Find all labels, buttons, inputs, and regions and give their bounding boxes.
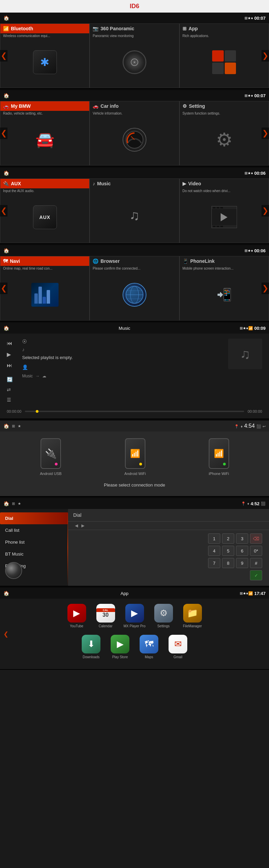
dial-menu-dial[interactable]: Dial bbox=[0, 512, 68, 524]
progress-bar[interactable] bbox=[25, 411, 244, 412]
dial-key-7[interactable]: 7 bbox=[208, 558, 220, 568]
navi-header-icon: 🗺 bbox=[3, 258, 8, 264]
card-app[interactable]: ⊞ App Rich applications. bbox=[179, 23, 269, 88]
card-carinfo[interactable]: 🚗 Car info Vehicle information. bbox=[90, 101, 179, 166]
app-gmail[interactable]: ✉ Gmail bbox=[166, 635, 190, 659]
playlist-btn[interactable]: ☰ bbox=[7, 397, 15, 403]
card-browser[interactable]: 🌐 Browser Please confirm the connected..… bbox=[90, 256, 179, 321]
dial-key-hash[interactable]: # bbox=[250, 558, 262, 568]
card-header-video: ▶ Video bbox=[180, 179, 269, 188]
nav-left-3[interactable]: ❮ bbox=[0, 205, 7, 217]
home-icon-4[interactable]: 🏠 bbox=[3, 248, 9, 253]
dial-key-8[interactable]: 8 bbox=[222, 558, 234, 568]
prev-track-btn[interactable]: ⏮ bbox=[7, 340, 15, 346]
device-android-usb[interactable]: 🔌 Android USB bbox=[40, 438, 62, 476]
dial-key-backspace[interactable]: ⌫ bbox=[250, 533, 262, 544]
conn-back-icon[interactable]: ↩ bbox=[263, 424, 266, 428]
app-youtube[interactable]: ▶ YouTube bbox=[65, 604, 89, 628]
conn-icon-1: ⊞ bbox=[12, 424, 15, 428]
card-video[interactable]: ▶ Video Do not watch video when drivi... bbox=[179, 178, 269, 243]
next-track-btn[interactable]: ⏭ bbox=[7, 362, 15, 369]
music-player-title: Music bbox=[119, 326, 130, 331]
dial-bt: ♦ bbox=[247, 501, 249, 506]
dial-key-4[interactable]: 4 bbox=[208, 546, 220, 556]
time-launcher: 17:47 bbox=[254, 591, 266, 596]
home-icon-2[interactable]: 🏠 bbox=[3, 93, 9, 98]
time-end: 00:00:00 bbox=[248, 409, 262, 413]
card-aux[interactable]: 🔌 AUX Input the AUX audio. AUX bbox=[0, 178, 90, 243]
card-header-bluetooth: 📶 Bluetooth bbox=[0, 24, 89, 33]
device-iphone-wifi[interactable]: 📶 iPhone WiFi bbox=[209, 438, 229, 476]
device-android-wifi[interactable]: 📶 Android WiFi bbox=[124, 438, 146, 476]
launcher-row-2: ⬇ Downloads ▶ Play Store 🗺 Maps ✉ Gmail bbox=[0, 633, 269, 664]
music-player-body: ⏮ ▶ ⏭ 🔄 ⇄ ☰ ⦿ ♪ Selected playlist is emp… bbox=[0, 334, 269, 408]
nav-right-3[interactable]: ❯ bbox=[262, 205, 269, 217]
app-settings[interactable]: ⚙ Settings bbox=[152, 604, 175, 628]
dial-key-1[interactable]: 1 bbox=[208, 533, 220, 544]
nav-left-1[interactable]: ❮ bbox=[0, 50, 7, 62]
phonelink-header-label: PhoneLink bbox=[190, 258, 215, 264]
status-bar-1: 🏠 ⊞★♦ 00:07 bbox=[0, 13, 269, 23]
app-calendar[interactable]: CAL 30 Calendar bbox=[94, 604, 117, 628]
wifi-icon-iphone: 📶 bbox=[214, 449, 224, 458]
arrow-icon: → bbox=[35, 374, 39, 378]
app-maps[interactable]: 🗺 Maps bbox=[137, 635, 161, 659]
dial-menu-bt-music[interactable]: BT Music bbox=[0, 548, 68, 560]
app-downloads[interactable]: ⬇ Downloads bbox=[79, 635, 103, 659]
dial-menu-call-list[interactable]: Call list bbox=[0, 524, 68, 536]
home-icon-conn[interactable]: 🏠 bbox=[3, 423, 9, 429]
home-icon-launcher[interactable]: 🏠 bbox=[3, 591, 9, 596]
app-playstore[interactable]: ▶ Play Store bbox=[108, 635, 132, 659]
card-bluetooth[interactable]: 📶 Bluetooth Wireless communication equi.… bbox=[0, 23, 90, 88]
dial-right-header: Dial bbox=[68, 509, 269, 522]
dial-key-5[interactable]: 5 bbox=[222, 546, 234, 556]
card-mybmw[interactable]: 🚗 My BMW Radio, vehicle setting, etc. 🚘 bbox=[0, 101, 90, 166]
nav-right-1[interactable]: ❯ bbox=[262, 50, 269, 62]
dial-key-2[interactable]: 2 bbox=[222, 533, 234, 544]
home-icon-music[interactable]: 🏠 bbox=[3, 325, 9, 331]
navi-icon-area bbox=[0, 272, 89, 318]
filemanager-label: FileManager bbox=[183, 624, 202, 628]
downloads-icon: ⬇ bbox=[82, 635, 100, 653]
nav-right-2[interactable]: ❯ bbox=[262, 127, 269, 139]
launcher-nav-left[interactable]: ❮ bbox=[3, 630, 9, 638]
usb-dot bbox=[55, 463, 58, 465]
home-icon-dial[interactable]: 🏠 bbox=[3, 501, 9, 506]
dial-menu-phone-list[interactable]: Phone list bbox=[0, 536, 68, 548]
browser-icon-area bbox=[90, 272, 179, 318]
app-filemanager[interactable]: 📁 FileManager bbox=[180, 604, 204, 628]
nav-left-4[interactable]: ❮ bbox=[0, 283, 7, 294]
video-subtitle: Do not watch video when drivi... bbox=[180, 188, 269, 194]
play-btn[interactable]: ▶ bbox=[7, 351, 15, 358]
dial-key-6[interactable]: 6 bbox=[236, 546, 248, 556]
gmail-label: Gmail bbox=[173, 655, 182, 659]
album-note-icon: ♫ bbox=[240, 346, 250, 362]
dial-key-0star[interactable]: 0* bbox=[250, 546, 262, 556]
card-navi[interactable]: 🗺 Navi Online map, real time road con... bbox=[0, 256, 90, 321]
person-icon-row: 👤 bbox=[22, 364, 221, 370]
wifi-dot-android bbox=[139, 463, 142, 465]
carinfo-header-icon: 🚗 bbox=[93, 103, 98, 109]
nav-left-2[interactable]: ❮ bbox=[0, 127, 7, 139]
card-phonelink[interactable]: 📱 PhoneLink Mobile phone screen interact… bbox=[179, 256, 269, 321]
dial-key-3[interactable]: 3 bbox=[236, 533, 248, 544]
home-icon-1[interactable]: 🏠 bbox=[3, 15, 9, 21]
repeat-btn[interactable]: 🔄 bbox=[7, 377, 15, 382]
card-panoramic[interactable]: 📷 360 Panoramic Panoramic view monitorin… bbox=[90, 23, 179, 88]
card-setting[interactable]: ⚙ Setting System function settings. ⚙ bbox=[179, 101, 269, 166]
dial-key-9[interactable]: 9 bbox=[236, 558, 248, 568]
dial-arrow-left[interactable]: ◀ bbox=[75, 523, 78, 528]
youtube-label: YouTube bbox=[70, 624, 83, 628]
mybmw-header-icon: 🚗 bbox=[3, 103, 9, 109]
card-music[interactable]: ♪ Music ♫ bbox=[90, 178, 179, 243]
panoramic-header-icon: 📷 bbox=[93, 26, 98, 31]
app-subtitle: Rich applications. bbox=[180, 33, 269, 39]
nav-right-4[interactable]: ❯ bbox=[262, 283, 269, 294]
dial-call-btn[interactable]: ✓ bbox=[250, 570, 262, 580]
home-icon-3[interactable]: 🏠 bbox=[3, 170, 9, 176]
app-mx-player[interactable]: ▶ MX Player Pro bbox=[123, 604, 146, 628]
status-bar-conn: 🏠 ⊞ ★ 📍 ♦ 4:54 ⬛ ↩ bbox=[0, 421, 269, 431]
dial-arrow-right[interactable]: ▶ bbox=[81, 523, 84, 528]
shuffle-btn[interactable]: ⇄ bbox=[7, 387, 15, 392]
card-header-carinfo: 🚗 Car info bbox=[90, 101, 179, 111]
